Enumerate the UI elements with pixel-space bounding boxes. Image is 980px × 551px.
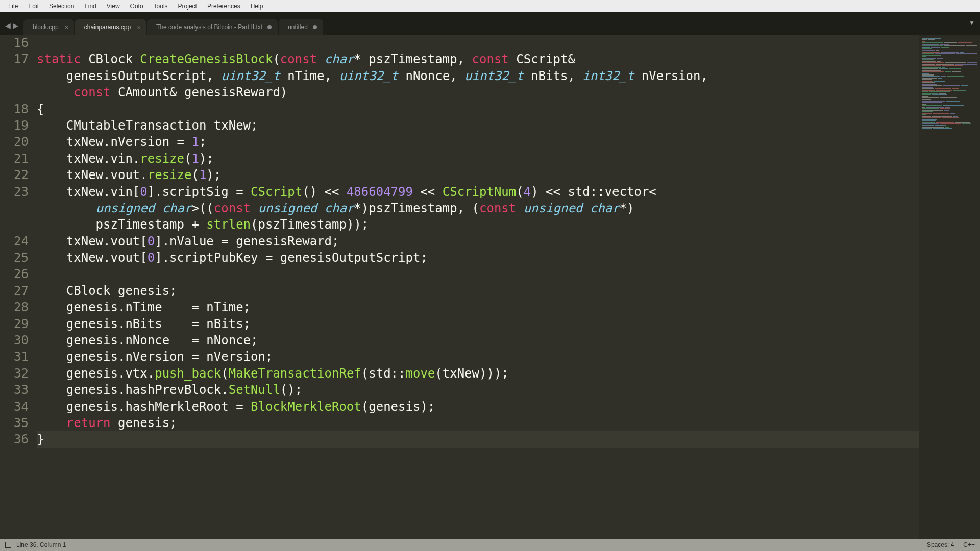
indent-setting[interactable]: Spaces: 4 (927, 541, 954, 548)
menu-edit[interactable]: Edit (23, 1, 44, 12)
line-number: 36 (0, 431, 29, 447)
line-number: 32 (0, 365, 29, 382)
line-number: 28 (0, 299, 29, 315)
line-number: 17 (0, 51, 29, 67)
code-line[interactable]: genesis.nBits = nBits; (37, 316, 919, 332)
code-line[interactable]: static CBlock CreateGenesisBlock(const c… (37, 51, 919, 67)
line-number: 34 (0, 398, 29, 415)
line-number: 18 (0, 101, 29, 117)
code-line[interactable]: genesis.nVersion = nVersion; (37, 348, 919, 365)
tab-history-nav[interactable]: ◀ ▶ (0, 21, 23, 35)
code-line[interactable]: txNew.vin.resize(1); (37, 151, 919, 167)
line-number (0, 200, 29, 216)
tab-the-code-analysis-of-bitcoin-part-ii-txt[interactable]: The code analysis of Bitcoin - Part II.t… (147, 19, 278, 35)
menu-view[interactable]: View (102, 1, 125, 12)
tab-untitled[interactable]: untitled (279, 19, 323, 35)
menu-find[interactable]: Find (79, 1, 101, 12)
code-line[interactable]: txNew.nVersion = 1; (37, 134, 919, 150)
line-number: 20 (0, 134, 29, 150)
tabbar: ◀ ▶ block.cpp×chainparams.cpp×The code a… (0, 12, 980, 35)
code-line[interactable]: txNew.vout.resize(1); (37, 167, 919, 183)
tab-chainparams-cpp[interactable]: chainparams.cpp× (75, 19, 146, 35)
menubar: FileEditSelectionFindViewGotoToolsProjec… (0, 0, 980, 12)
code-line[interactable]: CMutableTransaction txNew; (37, 117, 919, 134)
tab-label: chainparams.cpp (84, 23, 131, 31)
minimap[interactable] (919, 35, 980, 539)
code-line[interactable]: genesis.vtx.push_back(MakeTransactionRef… (37, 365, 919, 382)
line-number: 33 (0, 382, 29, 398)
code-line[interactable]: genesis.hashMerkleRoot = BlockMerkleRoot… (37, 398, 919, 415)
menu-goto[interactable]: Goto (125, 1, 149, 12)
line-number (0, 68, 29, 84)
menu-selection[interactable]: Selection (44, 1, 79, 12)
code-line[interactable]: txNew.vout[0].scriptPubKey = genesisOutp… (37, 249, 919, 266)
line-number-gutter: 1617181920212223242526272829303132333435… (0, 35, 37, 539)
code-content[interactable]: static CBlock CreateGenesisBlock(const c… (37, 35, 919, 539)
tab-overflow-icon[interactable]: ▼ (969, 19, 975, 27)
code-line[interactable]: const CAmount& genesisReward) (37, 84, 919, 101)
nav-forward-icon[interactable]: ▶ (13, 21, 18, 30)
line-number: 24 (0, 233, 29, 249)
line-number: 29 (0, 316, 29, 332)
code-line[interactable]: { (37, 101, 919, 117)
panel-switch-icon[interactable] (5, 542, 11, 548)
tab-block-cpp[interactable]: block.cpp× (23, 19, 74, 35)
tab-label: untitled (288, 23, 308, 31)
nav-back-icon[interactable]: ◀ (5, 21, 11, 30)
code-line[interactable] (37, 35, 919, 51)
code-line[interactable]: txNew.vin[0].scriptSig = CScript() << 48… (37, 184, 919, 200)
line-number: 19 (0, 117, 29, 134)
line-number: 22 (0, 167, 29, 183)
menu-preferences[interactable]: Preferences (202, 1, 246, 12)
line-number: 16 (0, 35, 29, 51)
tab-label: block.cpp (33, 23, 59, 31)
close-icon[interactable]: × (137, 23, 141, 31)
syntax-language[interactable]: C++ (963, 541, 975, 548)
statusbar: Line 36, Column 1 Spaces: 4 C++ (0, 539, 980, 551)
tab-label: The code analysis of Bitcoin - Part II.t… (156, 23, 262, 31)
close-icon[interactable]: × (65, 23, 69, 31)
line-number: 30 (0, 332, 29, 348)
line-number: 35 (0, 415, 29, 431)
line-number: 23 (0, 184, 29, 200)
line-number: 26 (0, 266, 29, 282)
code-line[interactable]: genesis.nTime = nTime; (37, 299, 919, 315)
line-number (0, 216, 29, 233)
line-number: 21 (0, 151, 29, 167)
line-number: 27 (0, 283, 29, 299)
code-line[interactable]: return genesis; (37, 415, 919, 431)
editor-area[interactable]: 1617181920212223242526272829303132333435… (0, 35, 980, 539)
line-number: 25 (0, 249, 29, 266)
dirty-indicator-icon (267, 25, 272, 29)
code-line[interactable]: CBlock genesis; (37, 283, 919, 299)
code-line[interactable]: genesis.nNonce = nNonce; (37, 332, 919, 348)
code-line[interactable]: unsigned char>((const unsigned char*)psz… (37, 200, 919, 216)
dirty-indicator-icon (313, 25, 317, 29)
code-line[interactable]: pszTimestamp + strlen(pszTimestamp)); (37, 216, 919, 233)
menu-tools[interactable]: Tools (149, 1, 173, 12)
cursor-position[interactable]: Line 36, Column 1 (16, 541, 66, 548)
menu-help[interactable]: Help (246, 1, 268, 12)
line-number: 31 (0, 348, 29, 365)
code-line[interactable]: } (37, 431, 919, 447)
menu-file[interactable]: File (3, 1, 23, 12)
line-number (0, 84, 29, 101)
code-line[interactable]: txNew.vout[0].nValue = genesisReward; (37, 233, 919, 249)
menu-project[interactable]: Project (173, 1, 202, 12)
code-line[interactable]: genesis.hashPrevBlock.SetNull(); (37, 382, 919, 398)
code-line[interactable] (37, 266, 919, 282)
code-line[interactable]: genesisOutputScript, uint32_t nTime, uin… (37, 68, 919, 84)
